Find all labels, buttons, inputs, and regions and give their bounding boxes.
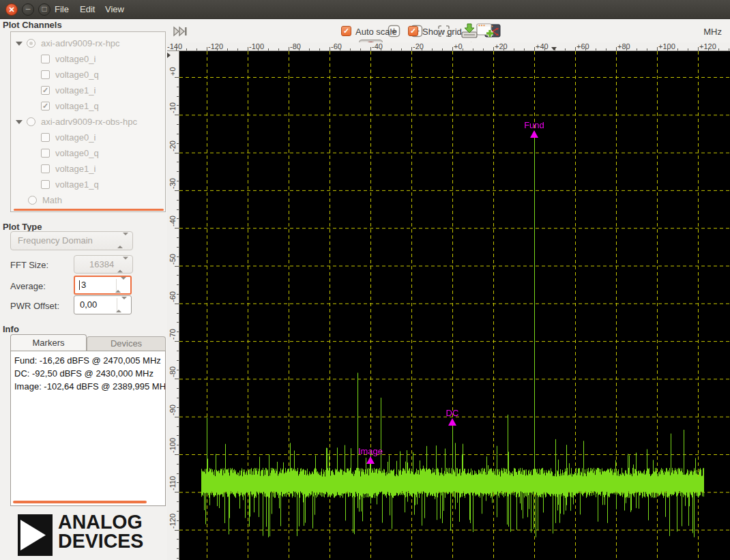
channel-row[interactable]: voltage1_i [11,161,165,177]
channel-row[interactable]: voltage0_q [11,145,165,161]
device-row[interactable]: axi-adrv9009-rx-hpc [11,35,165,51]
device-name: axi-adrv9009-rx-hpc [41,38,120,48]
x-tick [381,48,381,50]
y-tick [177,407,179,408]
markers-info-textview[interactable]: Fund: -16,26 dBFS @ 2470,005 MHz DC: -92… [10,351,166,506]
channel-checkbox[interactable] [41,55,50,63]
x-tick [258,48,259,50]
x-tick [565,48,566,50]
y-tick [177,247,179,248]
device-radio[interactable] [27,39,35,48]
markers-hscrollbar[interactable] [13,501,147,503]
y-tick [177,284,179,285]
marker-info-line: DC: -92,50 dBFS @ 2430,000 MHz [14,367,162,380]
x-tick-label: -100 [249,42,264,50]
channel-checkbox[interactable] [41,133,50,142]
menu-edit[interactable]: Edit [80,0,95,19]
channel-row[interactable]: ✓voltage1_i [11,83,165,98]
channel-checkbox[interactable]: ✓ [41,102,50,110]
autoscale-checkbox[interactable]: ✓ [341,26,351,36]
x-tick [370,47,371,50]
channel-label: voltage1_i [55,85,96,95]
window-minimize-button[interactable]: – [22,3,34,16]
channel-row[interactable]: voltage1_q [11,177,165,192]
x-tick-label: +80 [617,42,630,50]
y-tick [177,445,179,445]
channel-row[interactable]: voltage0_i [11,51,165,67]
x-tick [217,48,218,50]
channel-row[interactable]: voltage0_q [11,67,165,83]
x-tick-label: +20 [495,42,508,50]
window-maximize-button[interactable]: □ [38,3,50,16]
channel-row[interactable]: ✓voltage1_q [11,98,165,114]
expander-icon[interactable] [16,42,23,46]
device-radio[interactable] [27,117,35,126]
tab-markers[interactable]: Markers [10,334,87,351]
tab-devices[interactable]: Devices [87,336,166,351]
window-close-button[interactable]: ✕ [5,3,18,16]
y-tick-label: -100 [169,438,177,453]
channel-checkbox[interactable] [41,180,50,189]
y-tick [175,228,179,229]
channel-row[interactable]: voltage0_i [11,130,165,145]
menu-file[interactable]: File [55,0,69,19]
spectrum-canvas[interactable] [179,51,730,560]
y-tick [177,511,179,512]
y-tick-label: -110 [169,476,177,490]
channel-checkbox[interactable]: ✓ [41,86,50,95]
showgrid-checkbox[interactable]: ✓ [408,26,418,36]
y-tick [175,190,179,191]
plot-type-title: Plot Type [3,222,42,232]
plot-type-combobox[interactable]: Frequency Domain [10,231,133,250]
x-tick [452,47,453,50]
y-tick [177,143,179,144]
iio-oscilloscope-window: ✕ – □ File Edit View Plot Channels axi-a… [0,0,730,560]
x-tick [401,48,402,50]
channel-label: voltage0_q [55,70,99,80]
expander-icon[interactable] [16,120,23,124]
new-plot-icon[interactable] [476,23,495,39]
y-tick [175,379,179,379]
channel-label: voltage0_i [55,54,96,64]
channel-checkbox[interactable] [41,70,50,79]
y-tick [177,331,179,332]
x-tick [207,47,207,50]
y-tick [175,492,179,492]
pwr-offset-spinbox[interactable]: 0,00 [74,295,132,314]
math-row[interactable]: Math [11,192,165,208]
y-tick [177,398,179,398]
ruler-position-marker [167,53,171,58]
channel-checkbox[interactable] [41,149,50,158]
showgrid-label: Show grid [422,27,462,37]
y-tick [177,360,179,361]
y-axis-ruler[interactable]: +0-10-20-30-40-50-60-70-80-90-100-110-12… [167,51,179,560]
x-tick [186,48,187,50]
x-tick [422,48,422,50]
y-tick [177,520,179,521]
menu-view[interactable]: View [105,0,124,19]
average-spinbox[interactable]: 3 [74,276,132,295]
device-row[interactable]: axi-adrv9009-rx-obs-hpc [11,114,165,130]
channel-tree-hscrollbar[interactable] [14,209,164,211]
x-tick [432,48,433,50]
y-tick [177,426,179,427]
channel-checkbox[interactable] [41,164,50,173]
text-cursor [79,280,80,290]
x-tick [350,48,351,50]
y-tick-label: -60 [169,291,177,302]
fft-size-combobox[interactable]: 16384 [74,255,133,274]
fft-size-value: 16384 [89,259,114,269]
y-tick [177,435,179,436]
axis-unit-label: MHz [703,27,722,37]
x-tick [289,47,289,50]
x-tick [299,48,300,50]
y-tick [177,558,179,559]
spin-arrows-icon[interactable] [115,277,126,293]
x-tick [647,48,647,50]
spectrum-plot-area[interactable]: FundDCImage [179,51,730,560]
math-radio[interactable] [28,196,37,205]
x-axis-ruler[interactable]: -140-120-100-80-60-40-20+0+20+40+60+80+1… [167,42,730,51]
capture-forward-icon[interactable] [173,26,188,37]
marker-info-line: Fund: -16,26 dBFS @ 2470,005 MHz [14,354,162,367]
spin-arrows-icon[interactable] [116,296,127,314]
